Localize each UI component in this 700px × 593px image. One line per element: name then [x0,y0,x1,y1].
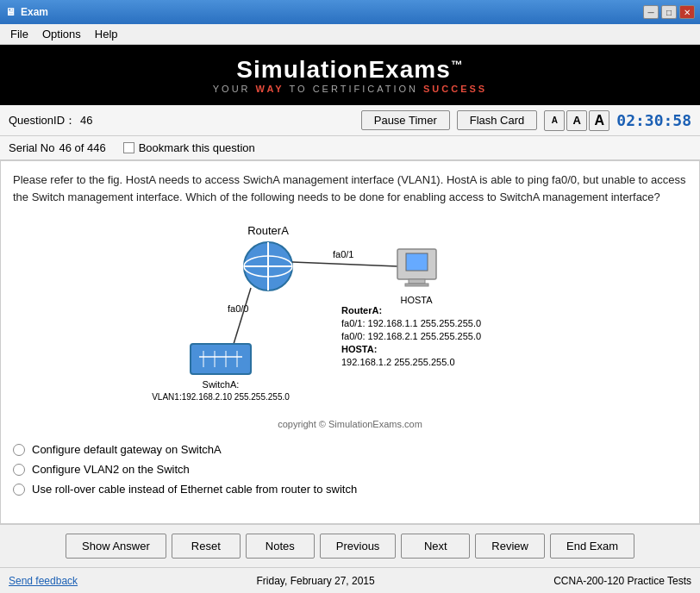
brand-title: SimulationExams™ [236,56,463,84]
serial-value: 46 of 446 [59,141,105,154]
option-label-1: Configure default gateway on SwitchA [32,443,222,456]
svg-text:VLAN1:192.168.2.10 255.255.255: VLAN1:192.168.2.10 255.255.255.0 [152,392,290,402]
font-medium-button[interactable]: A [566,110,587,131]
info-bar-right: Pause Timer Flash Card A A A 02:30:58 [361,110,691,131]
question-id-section: QuestionID： 46 [9,113,93,128]
menu-file[interactable]: File [3,26,35,42]
svg-rect-8 [406,253,428,271]
options-area: Configure default gateway on SwitchA Con… [1,433,699,506]
question-id-label: QuestionID： [9,113,76,128]
main-content: Please refer to the fig. HostA needs to … [0,160,700,524]
next-button[interactable]: Next [401,534,470,559]
font-size-buttons: A A A [544,110,609,131]
notes-button[interactable]: Notes [246,534,315,559]
close-button[interactable]: ✕ [679,5,695,19]
option-radio-1[interactable] [13,444,25,456]
option-radio-2[interactable] [13,464,25,476]
pause-timer-button[interactable]: Pause Timer [361,110,450,130]
font-small-button[interactable]: A [544,110,565,131]
review-button[interactable]: Review [475,534,545,559]
svg-rect-9 [409,279,425,284]
option-row-3: Use roll-over cable instead of Ethernet … [13,479,687,499]
reset-button[interactable]: Reset [172,534,241,559]
option-label-3: Use roll-over cable instead of Ethernet … [32,483,357,496]
svg-rect-14 [191,344,251,374]
serial-label: Serial No [9,141,54,154]
network-diagram: RouterA fa0/1 HOSTA fa0/0 [134,219,566,409]
status-course: CCNA-200-120 Practice Tests [553,575,691,587]
svg-text:RouterA: RouterA [247,224,289,237]
flash-card-button[interactable]: Flash Card [457,110,538,130]
app-title: Exam [21,6,48,18]
show-answer-button[interactable]: Show Answer [66,534,166,559]
question-id-value: 46 [80,114,92,127]
svg-text:SwitchA:: SwitchA: [203,379,240,390]
status-bar: Send feedback Friday, February 27, 2015 … [0,567,700,593]
question-text: Please refer to the fig. HostA needs to … [1,161,699,212]
menu-bar: File Options Help [0,24,700,45]
font-large-button[interactable]: A [589,110,609,131]
maximize-button[interactable]: □ [661,5,677,19]
option-radio-3[interactable] [13,484,25,496]
info-bar: QuestionID： 46 Pause Timer Flash Card A … [0,105,700,136]
title-bar-controls: ─ □ ✕ [643,5,695,19]
svg-text:HOSTA:: HOSTA: [341,344,377,354]
option-row-1: Configure default gateway on SwitchA [13,440,687,459]
bottom-bar: Show Answer Reset Notes Previous Next Re… [0,524,700,567]
option-row-2: Configure VLAN2 on the Switch [13,459,687,479]
svg-text:HOSTA: HOSTA [400,295,433,305]
menu-options[interactable]: Options [35,26,88,42]
svg-text:RouterA:: RouterA: [341,305,382,315]
previous-button[interactable]: Previous [320,534,397,559]
option-label-2: Configure VLAN2 on the Switch [32,463,190,476]
copyright-text: copyright © SimulationExams.com [1,415,699,433]
end-exam-button[interactable]: End Exam [550,534,634,559]
title-bar: 🖥 Exam ─ □ ✕ [0,0,700,24]
menu-help[interactable]: Help [88,26,125,42]
bookmark-checkbox[interactable] [123,142,134,153]
header-banner: SimulationExams™ YOUR WAY TO CERTIFICATI… [0,45,700,105]
bookmark-section: Bookmark this question [123,141,255,154]
svg-rect-10 [405,284,428,286]
app-icon: 🖥 [5,6,16,18]
svg-text:fa0/1: 192.168.1.1 255.255.255: fa0/1: 192.168.1.1 255.255.255.0 [341,318,481,328]
bookmark-label: Bookmark this question [139,141,255,154]
svg-line-13 [234,288,251,344]
serial-bar: Serial No 46 of 446 Bookmark this questi… [0,136,700,160]
minimize-button[interactable]: ─ [643,5,659,19]
svg-text:fa0/1: fa0/1 [333,249,353,259]
diagram-area: RouterA fa0/1 HOSTA fa0/0 [1,212,699,415]
svg-text:192.168.1.2 255.255.255.0: 192.168.1.2 255.255.255.0 [341,357,455,367]
serial-section: Serial No 46 of 446 [9,141,106,154]
svg-line-6 [292,262,397,266]
status-date: Friday, February 27, 2015 [257,575,375,587]
svg-text:fa0/0: 192.168.2.1 255.255.255: fa0/0: 192.168.2.1 255.255.255.0 [341,331,481,341]
timer-display: 02:30:58 [616,111,691,129]
brand-tagline: YOUR WAY TO CERTIFICATION SUCCESS [213,84,487,94]
title-bar-left: 🖥 Exam [5,6,48,18]
send-feedback-link[interactable]: Send feedback [9,575,78,587]
